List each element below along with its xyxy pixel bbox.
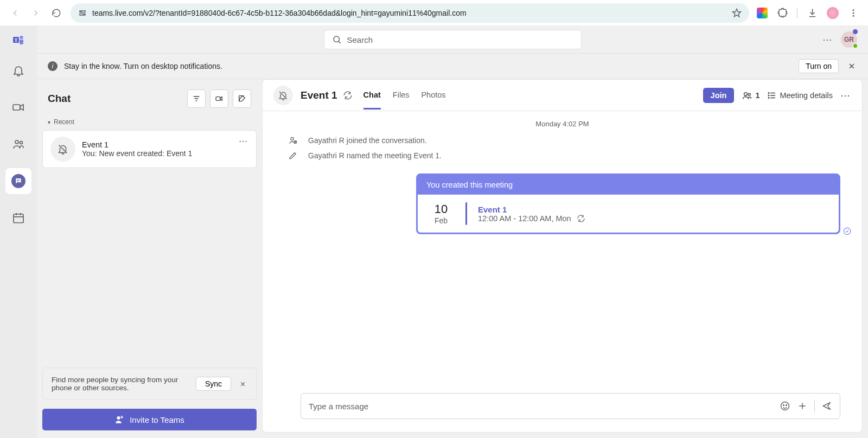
svg-point-12: [20, 141, 23, 144]
header-more-icon[interactable]: ⋯: [822, 34, 833, 46]
chat-item-preview: You: New event created: Event 1: [82, 149, 232, 158]
invite-to-teams-button[interactable]: Invite to Teams: [42, 409, 257, 430]
svg-point-19: [121, 416, 123, 418]
sync-button[interactable]: Sync: [196, 377, 231, 391]
browser-menu-icon[interactable]: [847, 7, 859, 19]
search-placeholder: Search: [347, 35, 373, 44]
teams-app: T Search ⋯ GR: [0, 26, 868, 438]
svg-rect-15: [14, 214, 23, 223]
banner-close-icon[interactable]: [846, 61, 857, 72]
system-message-text: Gayathri R joined the conversation.: [308, 136, 427, 145]
meeting-day: 10: [427, 202, 455, 216]
turn-on-button[interactable]: Turn on: [799, 59, 839, 73]
separator: [797, 8, 797, 18]
tab-photos[interactable]: Photos: [421, 81, 445, 110]
recent-section-label[interactable]: ▾ Recent: [37, 118, 262, 130]
conversation-header: Event 1 Chat Files Photos Join 1 Meeting…: [263, 80, 862, 111]
avatar-initials: GR: [844, 36, 854, 43]
user-avatar[interactable]: GR: [841, 31, 857, 48]
participants-button[interactable]: 1: [742, 90, 760, 101]
reload-button[interactable]: [50, 7, 63, 20]
svg-point-24: [769, 97, 770, 98]
search-icon: [332, 35, 342, 44]
timestamp-label: Monday 4:02 PM: [284, 120, 840, 128]
join-button[interactable]: Join: [703, 88, 735, 103]
chat-panel-header: Chat: [37, 79, 262, 118]
svg-point-4: [853, 9, 854, 11]
meeting-card-header: You created this meeting: [418, 175, 839, 195]
conversation-more-icon[interactable]: ⋯: [840, 89, 851, 101]
notification-banner: i Stay in the know. Turn on desktop noti…: [37, 53, 868, 79]
sync-close-icon[interactable]: [238, 379, 247, 389]
participants-count: 1: [755, 91, 760, 100]
system-message-joined: Gayathri R joined the conversation.: [284, 136, 840, 145]
rail-community-icon[interactable]: [5, 131, 31, 157]
svg-point-21: [748, 93, 750, 95]
svg-rect-13: [17, 180, 20, 181]
address-bar[interactable]: teams.live.com/v2/?tenantId=9188040d-6c6…: [71, 3, 749, 23]
back-button[interactable]: [9, 7, 22, 20]
add-attachment-icon[interactable]: [797, 401, 808, 411]
send-icon[interactable]: [821, 401, 832, 411]
chat-list-item[interactable]: Event 1 You: New event created: Event 1 …: [42, 130, 257, 168]
filter-button[interactable]: [187, 89, 206, 108]
svg-text:T: T: [14, 37, 17, 43]
pencil-icon: [288, 151, 298, 160]
meet-now-button[interactable]: [210, 89, 228, 108]
conversation-tabs: Chat Files Photos: [363, 81, 446, 110]
browser-profile-avatar[interactable]: [827, 7, 839, 19]
message-compose[interactable]: Type a message: [301, 393, 840, 419]
meeting-card-date: 10 Feb: [427, 202, 455, 225]
meeting-month: Feb: [427, 216, 455, 225]
invite-label: Invite to Teams: [130, 415, 184, 424]
meeting-card-time: 12:00 AM - 12:00 AM, Mon: [478, 214, 585, 223]
recent-text: Recent: [54, 118, 74, 126]
browser-toolbar: teams.live.com/v2/?tenantId=9188040d-6c6…: [0, 0, 868, 26]
people-icon: [742, 90, 752, 101]
downloads-icon[interactable]: [806, 7, 818, 19]
meeting-card-title: Event 1: [478, 205, 585, 214]
compose-placeholder: Type a message: [309, 402, 773, 411]
sync-contacts-card: Find more people by syncing from your ph…: [42, 368, 257, 400]
conversation-title: Event 1: [301, 89, 337, 101]
svg-point-5: [853, 12, 854, 14]
rail-video-icon[interactable]: [5, 94, 31, 120]
divider: [465, 202, 467, 225]
rail-calendar-icon[interactable]: [5, 205, 31, 231]
svg-point-30: [786, 405, 787, 406]
emoji-icon[interactable]: [780, 401, 790, 411]
new-chat-button[interactable]: [233, 89, 251, 108]
svg-point-28: [781, 402, 789, 410]
tab-files[interactable]: Files: [393, 81, 410, 110]
chat-panel-title: Chat: [48, 93, 187, 105]
meeting-details-label: Meeting details: [780, 91, 833, 100]
rail-chat-icon[interactable]: [5, 168, 31, 194]
avatar-notification-dot: [853, 29, 858, 34]
list-icon: [767, 91, 777, 100]
svg-point-18: [117, 416, 120, 420]
header-right: ⋯ GR: [822, 31, 857, 48]
search-input[interactable]: Search: [324, 30, 582, 49]
chat-item-more-icon[interactable]: ⋯: [239, 136, 248, 146]
svg-point-22: [769, 92, 770, 93]
chat-item-title: Event 1: [82, 140, 232, 149]
tab-chat[interactable]: Chat: [363, 81, 381, 110]
svg-point-6: [853, 15, 854, 16]
invite-icon: [114, 415, 124, 424]
meeting-details-button[interactable]: Meeting details: [767, 91, 833, 100]
extension-color-icon[interactable]: [757, 8, 768, 18]
teams-logo-icon[interactable]: T: [12, 34, 25, 47]
info-icon: i: [48, 61, 58, 71]
svg-point-23: [769, 95, 770, 96]
meeting-card-info: Event 1 12:00 AM - 12:00 AM, Mon: [478, 205, 585, 223]
caret-down-icon: ▾: [48, 119, 50, 125]
rail-activity-icon[interactable]: [5, 57, 31, 83]
forward-button[interactable]: [29, 7, 42, 20]
recurring-icon: [343, 91, 353, 100]
meeting-time-text: 12:00 AM - 12:00 AM, Mon: [478, 214, 571, 223]
extensions-icon[interactable]: [776, 7, 788, 19]
url-text: teams.live.com/v2/?tenantId=9188040d-6c6…: [92, 9, 726, 17]
bookmark-star-icon[interactable]: [732, 8, 742, 18]
meeting-card[interactable]: You created this meeting 10 Feb Event 1 …: [416, 173, 840, 234]
system-message-text: Gayathri R named the meeting Event 1.: [308, 151, 442, 160]
